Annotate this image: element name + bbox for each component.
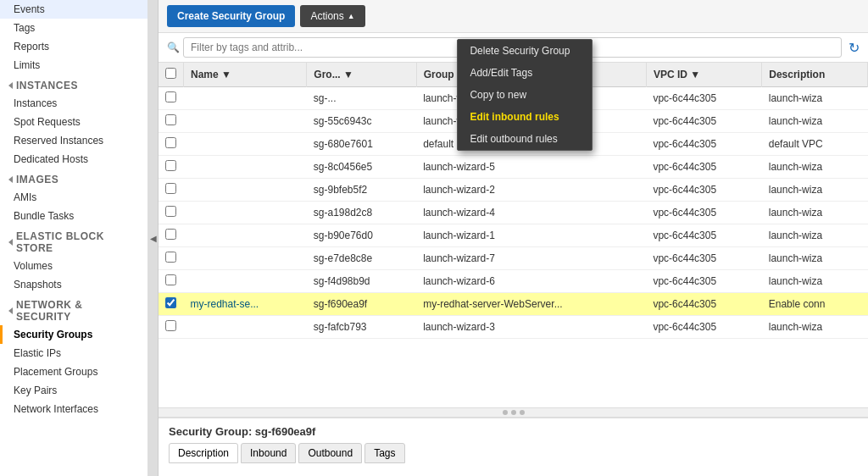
row-checkbox[interactable] [165, 274, 176, 285]
sidebar-item-dedicated-hosts[interactable]: Dedicated Hosts [0, 150, 147, 169]
sidebar-item-amis[interactable]: AMIs [0, 188, 147, 207]
sidebar-item-reserved-instances[interactable]: Reserved Instances [0, 131, 147, 150]
cell-name [184, 270, 307, 293]
cell-group: sg-... [307, 87, 416, 110]
sidebar-item-snapshots[interactable]: Snapshots [0, 275, 147, 294]
row-checkbox[interactable] [165, 137, 176, 148]
cell-vpc_id: vpc-6c44c305 [646, 202, 761, 224]
sidebar-collapse-handle[interactable]: ◀ [148, 0, 159, 476]
cell-vpc_id: vpc-6c44c305 [646, 156, 761, 179]
table-row[interactable]: sg-f4d98b9dlaunch-wizard-6vpc-6c44c305la… [159, 270, 868, 293]
table-row[interactable]: sg-9bfeb5f2launch-wizard-2vpc-6c44c305la… [159, 179, 868, 202]
dropdown-edit-outbound[interactable]: Edit outbound rules [458, 128, 592, 150]
sidebar-item-volumes[interactable]: Volumes [0, 257, 147, 275]
cell-vpc_id: vpc-6c44c305 [646, 110, 761, 133]
sidebar-item-bundle-tasks[interactable]: Bundle Tasks [0, 207, 147, 225]
detail-tab-description[interactable]: Description [169, 443, 238, 463]
cell-vpc_id: vpc-6c44c305 [646, 87, 761, 110]
row-checkbox[interactable] [165, 252, 176, 263]
triangle-icon-3 [8, 239, 13, 246]
dropdown-add-edit-tags[interactable]: Add/Edit Tags [458, 62, 592, 84]
cell-group: sg-e7de8c8e [307, 247, 416, 270]
cell-vpc_id: vpc-6c44c305 [646, 247, 761, 270]
cell-desc: launch-wiza [762, 110, 868, 133]
cell-group_name: launch-wizard-3 [416, 316, 646, 339]
triangle-icon-4 [8, 307, 13, 314]
main-content: Create Security Group Actions ▲ Delete S… [159, 0, 868, 476]
table-row[interactable]: sg-a198d2c8launch-wizard-4vpc-6c44c305la… [159, 202, 868, 224]
dropdown-delete[interactable]: Delete Security Group [458, 40, 592, 62]
th-name[interactable]: Name ▼ [184, 63, 307, 87]
sidebar-item-spot-requests[interactable]: Spot Requests [0, 113, 147, 131]
cell-group_name: launch-wizard-2 [416, 179, 646, 202]
cell-group: sg-8c0456e5 [307, 156, 416, 179]
row-checkbox[interactable] [165, 183, 176, 194]
table-row[interactable]: sg-b90e76d0launch-wizard-1vpc-6c44c305la… [159, 224, 868, 247]
cell-vpc_id: vpc-6c44c305 [646, 133, 761, 156]
cell-name [184, 202, 307, 224]
actions-button[interactable]: Actions ▲ [300, 5, 364, 27]
sidebar-item-elastic-ips[interactable]: Elastic IPs [0, 344, 147, 363]
sidebar: Events Tags Reports Limits INSTANCES Ins… [0, 0, 148, 476]
cell-name: my-redhat-se... [184, 293, 307, 316]
sidebar-item-instances[interactable]: Instances [0, 94, 147, 113]
cell-name [184, 87, 307, 110]
cell-desc: launch-wiza [762, 247, 868, 270]
cell-group_name: launch-wizard-5 [416, 156, 646, 179]
cell-vpc_id: vpc-6c44c305 [646, 316, 761, 339]
triangle-icon [8, 82, 13, 89]
actions-dropdown-container: Actions ▲ Delete Security Group Add/Edit… [300, 5, 364, 27]
cell-desc: launch-wiza [762, 316, 868, 339]
table-row[interactable]: sg-e7de8c8elaunch-wizard-7vpc-6c44c305la… [159, 247, 868, 270]
dropdown-edit-inbound[interactable]: Edit inbound rules [458, 106, 592, 128]
th-group[interactable]: Gro... ▼ [307, 63, 416, 87]
sidebar-item-tags[interactable]: Tags [0, 19, 147, 37]
cell-name [184, 110, 307, 133]
scroll-dot-3 [520, 410, 525, 415]
cell-group: sg-a198d2c8 [307, 202, 416, 224]
sidebar-item-placement-groups[interactable]: Placement Groups [0, 363, 147, 381]
create-security-group-button[interactable]: Create Security Group [167, 5, 295, 27]
cell-vpc_id: vpc-6c44c305 [646, 179, 761, 202]
sidebar-item-key-pairs[interactable]: Key Pairs [0, 381, 147, 400]
detail-panel: Security Group: sg-f690ea9f DescriptionI… [159, 417, 868, 476]
cell-vpc_id: vpc-6c44c305 [646, 293, 761, 316]
detail-title: Security Group: sg-f690ea9f [169, 425, 858, 438]
sidebar-item-limits[interactable]: Limits [0, 56, 147, 75]
sidebar-item-security-groups[interactable]: Security Groups [0, 325, 147, 344]
dropdown-copy-to-new[interactable]: Copy to new [458, 84, 592, 106]
row-checkbox[interactable] [165, 160, 176, 171]
actions-arrow-icon: ▲ [348, 12, 355, 20]
cell-desc: default VPC [762, 133, 868, 156]
sidebar-item-reports[interactable]: Reports [0, 37, 147, 56]
cell-group: sg-f4d98b9d [307, 270, 416, 293]
table-row[interactable]: my-redhat-se...sg-f690ea9fmy-redhat-serv… [159, 293, 868, 316]
th-vpc-id[interactable]: VPC ID ▼ [646, 63, 761, 87]
row-checkbox[interactable] [165, 91, 176, 102]
cell-desc: launch-wiza [762, 224, 868, 247]
detail-tab-inbound[interactable]: Inbound [241, 443, 296, 463]
row-checkbox[interactable] [165, 206, 176, 217]
sidebar-item-network-interfaces[interactable]: Network Interfaces [0, 400, 147, 418]
select-all-checkbox[interactable] [165, 68, 176, 79]
refresh-icon[interactable]: ↻ [849, 40, 860, 56]
scroll-indicator [159, 407, 868, 417]
detail-tab-outbound[interactable]: Outbound [298, 443, 362, 463]
row-checkbox[interactable] [165, 297, 176, 308]
table-row[interactable]: sg-8c0456e5launch-wizard-5vpc-6c44c305la… [159, 156, 868, 179]
ebs-section-header: ELASTIC BLOCK STORE [0, 225, 147, 257]
row-checkbox[interactable] [165, 320, 176, 331]
cell-group_name: launch-wizard-7 [416, 247, 646, 270]
th-description[interactable]: Description [762, 63, 868, 87]
cell-group: sg-55c6943c [307, 110, 416, 133]
detail-tab-tags[interactable]: Tags [364, 443, 404, 463]
row-checkbox[interactable] [165, 114, 176, 125]
search-icon: 🔍 [167, 42, 180, 53]
row-checkbox[interactable] [165, 229, 176, 240]
cell-desc: Enable conn [762, 293, 868, 316]
images-section-header: IMAGES [0, 169, 147, 188]
cell-group_name: my-redhat-server-WebServer... [416, 293, 646, 316]
cell-group_name: launch-wizard-6 [416, 270, 646, 293]
sidebar-item-events[interactable]: Events [0, 0, 147, 19]
table-row[interactable]: sg-fafcb793launch-wizard-3vpc-6c44c305la… [159, 316, 868, 339]
